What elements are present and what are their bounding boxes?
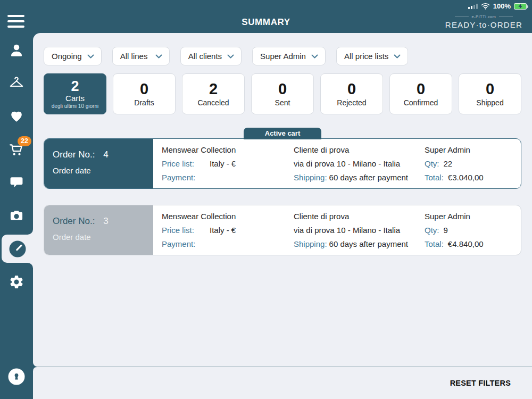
stat-card-drafts[interactable]: 0 Drafts xyxy=(113,73,176,114)
payment-label: Payment: xyxy=(162,237,210,251)
filter-clients-dropdown[interactable]: All clients xyxy=(180,47,242,65)
filter-lines-dropdown[interactable]: All lines xyxy=(112,47,170,65)
stats-row: 2 Carts degli ultimi 10 giorni 0 Drafts … xyxy=(44,73,521,114)
cart-count-badge: 22 xyxy=(18,136,31,146)
hanger-icon xyxy=(8,76,25,92)
chevron-down-icon xyxy=(311,54,318,59)
chevron-down-icon xyxy=(155,54,162,59)
total-value: €3.040,00 xyxy=(448,173,484,182)
order-date-label: Order date xyxy=(53,232,153,243)
order-agent: Super Admin xyxy=(425,210,521,223)
price-list-label: Price list: xyxy=(162,223,210,237)
qty-value: 22 xyxy=(444,159,453,168)
stat-value: 2 xyxy=(209,81,218,97)
stat-value: 0 xyxy=(347,81,356,97)
stat-label: Shipped xyxy=(476,98,503,107)
active-cart-badge: Active cart xyxy=(244,128,321,139)
order-address: via di prova 10 - Milano - Italia xyxy=(294,223,425,237)
filter-clients-label: All clients xyxy=(188,52,222,61)
qty-value: 9 xyxy=(444,226,448,235)
status-bar: 100% xyxy=(468,2,527,10)
content-area: Ongoing All lines All clients Super Admi… xyxy=(33,33,532,399)
sidebar-item-clients[interactable] xyxy=(0,43,33,59)
battery-percentage: 100% xyxy=(493,2,511,10)
dashboard-gauge-icon xyxy=(8,239,27,259)
brand-logo: e-PITTI.com READY·to·ORDER xyxy=(445,14,522,29)
stat-value: 0 xyxy=(278,81,287,97)
order-row-3[interactable]: Order No.: 3 Order date Menswear Collect… xyxy=(44,205,521,255)
price-list-label: Price list: xyxy=(162,157,210,171)
order-no-value: 3 xyxy=(103,216,108,227)
wifi-icon xyxy=(481,3,490,10)
qty-label: Qty: xyxy=(425,159,439,168)
order-client: Cliente di prova xyxy=(294,210,425,223)
filter-agent-dropdown[interactable]: Super Admin xyxy=(252,47,326,65)
filter-agent-label: Super Admin xyxy=(260,52,306,61)
filter-status-dropdown[interactable]: Ongoing xyxy=(44,47,102,65)
sidebar-item-settings[interactable] xyxy=(0,274,33,290)
order-no-label: Order No.: xyxy=(53,216,95,227)
stat-card-canceled[interactable]: 2 Canceled xyxy=(182,73,245,114)
bottom-bar: RESET FILTERS xyxy=(33,367,532,399)
sidebar-item-summary-active[interactable] xyxy=(2,235,33,263)
stat-value: 0 xyxy=(417,81,425,97)
settings-gear-icon xyxy=(9,274,24,290)
stat-label: Rejected xyxy=(337,98,366,107)
camera-icon xyxy=(9,208,24,223)
order-details: Menswear Collection Price list:Italy - €… xyxy=(153,139,521,188)
stat-card-sent[interactable]: 0 Sent xyxy=(251,73,314,114)
chevron-down-icon xyxy=(227,54,234,59)
stat-card-shipped[interactable]: 0 Shipped xyxy=(459,73,521,114)
shipping-label: Shipping: xyxy=(294,239,327,248)
total-label: Total: xyxy=(425,239,444,248)
total-label: Total: xyxy=(425,173,444,182)
shipping-label: Shipping: xyxy=(294,173,327,182)
battery-icon xyxy=(514,3,527,10)
order-no-label: Order No.: xyxy=(53,149,95,160)
heart-icon xyxy=(9,109,24,123)
sidebar-item-camera[interactable] xyxy=(0,208,33,223)
price-list-value: Italy - € xyxy=(210,159,236,168)
order-row-4[interactable]: Order No.: 4 Order date Menswear Collect… xyxy=(44,138,521,189)
filter-pricelists-dropdown[interactable]: All price lists xyxy=(336,47,408,65)
order-client: Cliente di prova xyxy=(294,143,425,157)
user-icon xyxy=(9,43,24,59)
order-collection: Menswear Collection xyxy=(162,210,294,223)
brand-main-text: READY·to·ORDER xyxy=(445,20,522,29)
order-left-panel: Order No.: 4 Order date xyxy=(44,139,153,188)
stat-label: Canceled xyxy=(197,98,229,107)
order-address: via di prova 10 - Milano - Italia xyxy=(294,157,425,171)
order-no-value: 4 xyxy=(103,149,108,160)
sidebar-item-collections[interactable] xyxy=(0,76,33,92)
stat-card-carts[interactable]: 2 Carts degli ultimi 10 giorni xyxy=(44,73,106,114)
sidebar-item-messages[interactable] xyxy=(0,174,33,189)
chat-bubble-icon xyxy=(9,174,24,189)
stat-label: Confirmed xyxy=(404,98,438,107)
total-value: €4.840,00 xyxy=(448,239,484,248)
stat-label: Drafts xyxy=(134,98,154,107)
order-agent: Super Admin xyxy=(425,143,521,157)
chevron-down-icon xyxy=(394,54,401,59)
cellular-signal-icon xyxy=(468,4,478,9)
shipping-value: 60 days after payment xyxy=(329,239,408,248)
reset-filters-button[interactable]: RESET FILTERS xyxy=(450,379,511,387)
stat-value: 2 xyxy=(71,79,79,94)
filter-status-label: Ongoing xyxy=(52,52,82,61)
stat-label: Carts xyxy=(65,94,85,103)
order-collection: Menswear Collection xyxy=(162,143,294,157)
lock-keyhole-icon xyxy=(7,368,26,386)
stat-value: 0 xyxy=(486,81,494,97)
hamburger-menu-icon[interactable] xyxy=(7,15,24,31)
main-panel: Ongoing All lines All clients Super Admi… xyxy=(33,33,532,367)
order-left-panel: Order No.: 3 Order date xyxy=(44,205,153,255)
shipping-value: 60 days after payment xyxy=(329,173,408,182)
price-list-value: Italy - € xyxy=(210,226,236,235)
stat-value: 0 xyxy=(140,81,148,97)
stat-card-confirmed[interactable]: 0 Confirmed xyxy=(389,73,452,114)
stat-card-rejected[interactable]: 0 Rejected xyxy=(320,73,383,114)
stat-sublabel: degli ultimi 10 giorni xyxy=(52,103,98,109)
order-date-label: Order date xyxy=(53,165,153,176)
sidebar-item-logout[interactable] xyxy=(0,368,33,386)
sidebar-item-favorites[interactable] xyxy=(0,109,33,123)
qty-label: Qty: xyxy=(425,226,439,235)
